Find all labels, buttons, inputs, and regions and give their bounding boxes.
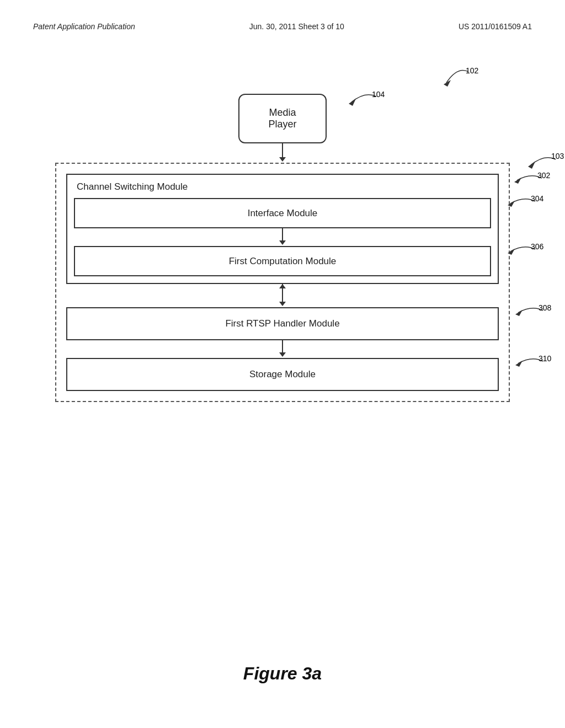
interface-module-wrapper: Interface Module 304 bbox=[74, 198, 491, 228]
curved-arrow-302 bbox=[506, 168, 558, 188]
ref-104-label: 104 bbox=[372, 90, 385, 99]
ref-308-label: 308 bbox=[539, 303, 551, 312]
storage-module-box: Storage Module bbox=[66, 358, 499, 391]
first-rtsp-box: First RTSP Handler Module bbox=[66, 307, 499, 340]
outer-dashed-box: 103 302 Channel Switching Module Interfa… bbox=[55, 163, 510, 402]
svg-marker-4 bbox=[508, 201, 515, 207]
channel-switching-label: Channel Switching Module bbox=[74, 181, 491, 192]
curved-arrow-306 bbox=[499, 239, 552, 259]
ref-102-label: 102 bbox=[466, 66, 478, 75]
media-player-label: Media Player bbox=[268, 107, 296, 130]
figure-caption: Figure 3a bbox=[0, 663, 565, 684]
svg-marker-3 bbox=[514, 178, 521, 184]
diagram-area: Media Player 104 bbox=[55, 94, 510, 402]
ref-103-label: 103 bbox=[551, 152, 564, 160]
ref-306-area: 306 bbox=[499, 239, 552, 261]
header-center: Jun. 30, 2011 Sheet 3 of 10 bbox=[249, 22, 344, 31]
first-computation-box: First Computation Module bbox=[74, 246, 491, 276]
channel-switching-outer: 302 Channel Switching Module Interface M… bbox=[66, 174, 499, 284]
storage-module-wrapper: Storage Module 310 bbox=[66, 358, 499, 391]
curved-arrow-310 bbox=[507, 351, 559, 371]
svg-marker-6 bbox=[515, 310, 523, 316]
ref-304-area: 304 bbox=[499, 191, 552, 213]
ref-306-label: 306 bbox=[531, 242, 543, 251]
storage-module-label: Storage Module bbox=[249, 369, 316, 380]
ref-302-area: 302 bbox=[506, 168, 558, 190]
arrow-if-down bbox=[74, 228, 491, 246]
arrow-mp-down bbox=[55, 143, 510, 163]
first-computation-wrapper: First Computation Module 306 bbox=[74, 246, 491, 276]
media-player-box: Media Player bbox=[238, 94, 327, 143]
figure-caption-text: Figure 3a bbox=[243, 663, 322, 683]
page: Patent Application Publication Jun. 30, … bbox=[0, 0, 565, 728]
header-right: US 2011/0161509 A1 bbox=[459, 22, 532, 31]
ref-304-label: 304 bbox=[531, 194, 543, 203]
ref-310-label: 310 bbox=[539, 354, 551, 363]
media-player-container: Media Player 104 bbox=[55, 94, 510, 143]
svg-marker-7 bbox=[515, 361, 523, 367]
arrow-rtsp-down bbox=[66, 340, 499, 358]
ref-310-area: 310 bbox=[507, 351, 559, 373]
first-rtsp-label: First RTSP Handler Module bbox=[225, 318, 339, 329]
curved-arrow-308 bbox=[507, 301, 559, 320]
ref-104-area: 104 bbox=[338, 85, 393, 115]
first-computation-label: First Computation Module bbox=[229, 256, 337, 267]
curved-arrow-304 bbox=[499, 191, 552, 211]
svg-marker-5 bbox=[508, 249, 515, 255]
first-rtsp-wrapper: First RTSP Handler Module 308 bbox=[66, 307, 499, 340]
header-left: Patent Application Publication bbox=[33, 22, 135, 31]
interface-module-box: Interface Module bbox=[74, 198, 491, 228]
svg-marker-1 bbox=[349, 99, 356, 106]
ref-308-area: 308 bbox=[507, 301, 559, 322]
arrow-bidir bbox=[66, 284, 499, 307]
ref-302-label: 302 bbox=[537, 171, 550, 180]
interface-module-label: Interface Module bbox=[248, 208, 318, 219]
media-player-wrapper: Media Player 104 bbox=[238, 94, 327, 143]
header: Patent Application Publication Jun. 30, … bbox=[33, 22, 532, 31]
